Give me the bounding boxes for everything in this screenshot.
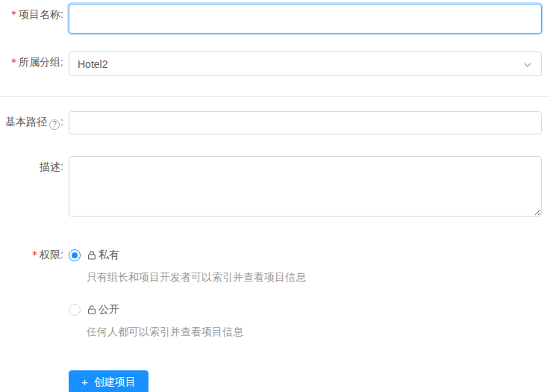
submit-control: + 创建项目	[69, 370, 542, 392]
private-label-text: 私有	[99, 249, 119, 262]
label-colon: :	[60, 8, 63, 20]
form-row-base-path: 基本路径?:	[0, 111, 550, 134]
public-option-label: 公开	[87, 303, 119, 317]
description-textarea[interactable]	[69, 156, 542, 217]
label-colon: :	[60, 56, 63, 68]
group-label-text: 所属分组	[19, 56, 60, 68]
required-asterisk: *	[11, 56, 16, 68]
permission-control: 私有 只有组长和项目开发者可以索引并查看项目信息 公开 任何人都可以索引并查看项…	[69, 249, 542, 339]
base-path-control	[69, 111, 542, 134]
section-divider	[0, 96, 550, 97]
group-control: Hotel2	[69, 52, 542, 76]
description-label-text: 描述	[40, 161, 60, 172]
label-colon: :	[60, 116, 63, 128]
group-select-value: Hotel2	[78, 58, 107, 70]
permission-option-public[interactable]: 公开	[69, 303, 542, 317]
lock-icon	[87, 250, 97, 261]
form-row-description: 描述:	[0, 156, 550, 219]
description-label: 描述:	[0, 156, 63, 174]
radio-private[interactable]	[69, 249, 81, 261]
create-project-button-label: 创建项目	[94, 376, 136, 389]
permission-option-private[interactable]: 私有	[69, 249, 542, 262]
description-control	[69, 156, 542, 219]
group-select[interactable]: Hotel2	[69, 52, 542, 76]
project-name-control	[69, 4, 542, 34]
base-path-input[interactable]	[69, 111, 542, 134]
unlock-icon	[87, 305, 97, 315]
required-asterisk: *	[32, 249, 37, 261]
public-option-desc: 任何人都可以索引并查看项目信息	[87, 326, 542, 339]
base-path-label: 基本路径?:	[0, 111, 63, 130]
private-option-label: 私有	[87, 249, 119, 262]
label-colon: :	[60, 249, 63, 261]
project-name-label-text: 项目名称	[19, 8, 60, 20]
group-label: *所属分组:	[0, 52, 63, 69]
form-row-group: *所属分组: Hotel2	[0, 52, 550, 76]
public-label-text: 公开	[99, 303, 119, 317]
base-path-label-text: 基本路径	[5, 116, 47, 128]
form-row-project-name: *项目名称:	[0, 4, 550, 34]
plus-icon: +	[81, 376, 88, 388]
form-row-submit: + 创建项目	[0, 370, 550, 392]
project-name-input[interactable]	[69, 4, 542, 34]
radio-public[interactable]	[69, 304, 81, 316]
label-colon: :	[60, 161, 63, 172]
chevron-down-icon	[523, 60, 532, 69]
create-project-button[interactable]: + 创建项目	[69, 370, 149, 392]
permission-label-text: 权限	[40, 249, 60, 261]
create-project-form: *项目名称: *所属分组: Hotel2 基本路径?:	[0, 4, 550, 392]
private-option-desc: 只有组长和项目开发者可以索引并查看项目信息	[87, 271, 542, 284]
form-row-permission: *权限: 私有 只有组长和项目开发者可以索引并查看项目信息	[0, 249, 550, 339]
required-asterisk: *	[11, 8, 16, 20]
project-name-label: *项目名称:	[0, 4, 63, 22]
permission-label: *权限:	[0, 249, 63, 262]
question-circle-icon[interactable]: ?	[49, 119, 60, 130]
submit-spacer	[0, 370, 63, 375]
